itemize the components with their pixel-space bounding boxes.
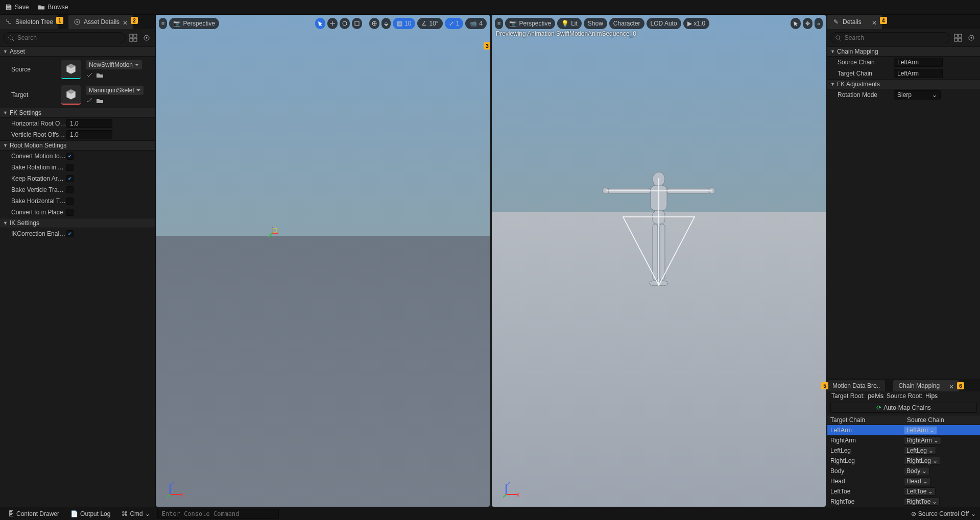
close-icon[interactable]: ✕ <box>949 383 954 388</box>
section-chain-mapping[interactable]: ▼Chain Mapping <box>827 46 980 57</box>
scale-tool[interactable] <box>352 18 362 29</box>
source-control-button[interactable]: ⊘ Source Control Off ⌄ <box>911 510 976 517</box>
grid-snap[interactable]: ▦10 <box>393 18 415 29</box>
use-selected-icon[interactable] <box>86 97 93 104</box>
close-icon[interactable]: ✕ <box>872 19 877 24</box>
viewport-character[interactable]: Character <box>609 18 644 29</box>
source-chain-dropdown[interactable]: RightArm⌄ <box>904 436 941 444</box>
viewport-menu[interactable]: ≡ <box>159 18 167 29</box>
source-asset-picker[interactable]: NewSwiftMotion <box>86 60 142 69</box>
source-chain-dropdown[interactable]: LeftArm⌄ <box>904 426 937 434</box>
chain-row[interactable]: LeftArmLeftArm⌄ <box>827 425 980 435</box>
fk-vertical-input[interactable]: 1.0 <box>66 130 112 139</box>
section-root-motion[interactable]: ▼Root Motion Settings <box>0 140 155 151</box>
fk-horizontal-input[interactable]: 1.0 <box>66 119 112 128</box>
viewport-show[interactable]: Show <box>584 18 607 29</box>
console-input-wrap[interactable] <box>157 509 279 519</box>
cmd-dropdown[interactable]: ⌘ Cmd ⌄ <box>117 509 154 519</box>
chain-row[interactable]: RightArmRightArm⌄ <box>827 435 980 445</box>
rotation-mode-dropdown[interactable]: Slerp ⌄ <box>894 90 941 100</box>
surface-snap[interactable]: ⬙ <box>381 18 391 29</box>
section-asset[interactable]: ▼Asset <box>0 46 155 57</box>
camera-speed[interactable]: 📹4 <box>465 18 487 29</box>
translate-tool[interactable] <box>327 18 338 29</box>
tab-skeleton-tree[interactable]: Skeleton Tree 1 <box>0 15 58 29</box>
search-input[interactable] <box>17 34 121 41</box>
browse-button[interactable]: Browse <box>38 4 68 11</box>
source-thumb[interactable] <box>61 60 81 79</box>
checkbox[interactable] <box>66 186 74 193</box>
source-chain-dropdown[interactable]: Head⌄ <box>904 477 930 485</box>
chevron-down-icon: ⌄ <box>928 488 933 495</box>
source-viewport[interactable]: ≡ 📷 Perspective ⬙ ▦10 ∠10° ⤢1 📹4 3 <box>156 15 490 507</box>
details-search-input[interactable] <box>845 34 946 41</box>
more-tools[interactable]: » <box>815 18 823 29</box>
viewport-perspective[interactable]: 📷Perspective <box>505 18 555 29</box>
viewport-perspective[interactable]: 📷 Perspective <box>169 18 219 29</box>
chain-row[interactable]: HeadHead⌄ <box>827 476 980 486</box>
angle-snap[interactable]: ∠10° <box>417 18 442 29</box>
viewport-lod[interactable]: LOD Auto <box>647 18 681 29</box>
tab-details[interactable]: ✎ Details 4 ✕ <box>827 15 882 29</box>
section-ik[interactable]: ▼IK Settings <box>0 218 155 228</box>
svg-point-11 <box>146 37 148 39</box>
console-input[interactable] <box>162 510 274 517</box>
checkbox[interactable] <box>66 153 74 160</box>
search-input-wrap[interactable] <box>3 32 126 43</box>
ik-correction-checkbox[interactable] <box>66 230 74 237</box>
details-search[interactable] <box>830 32 950 43</box>
svg-rect-18 <box>272 228 276 232</box>
source-chain-field[interactable]: LeftArm <box>894 58 943 67</box>
section-fk[interactable]: ▼FK Settings <box>0 108 155 118</box>
source-chain-dropdown[interactable]: RightToe⌄ <box>904 498 940 506</box>
tab-motion-data-browser[interactable]: Motion Data Bro.. 5 <box>827 380 885 391</box>
content-drawer-button[interactable]: 🗄 Content Drawer <box>4 509 63 519</box>
view-options-button[interactable] <box>952 32 964 43</box>
checkbox[interactable] <box>66 175 74 182</box>
chain-row[interactable]: RightToeRightToe⌄ <box>827 497 980 507</box>
source-chain-dropdown[interactable]: LeftToe⌄ <box>904 487 936 496</box>
viewport-menu[interactable]: ≡ <box>495 18 503 29</box>
browse-to-icon[interactable] <box>96 97 103 104</box>
source-label: Source <box>11 66 56 73</box>
chain-row[interactable]: RightLegRightLeg⌄ <box>827 456 980 466</box>
select-tool[interactable] <box>315 18 325 29</box>
chain-row[interactable]: BodyBody⌄ <box>827 466 980 476</box>
source-chain-dropdown[interactable]: Body⌄ <box>904 467 929 475</box>
translate-tool[interactable]: ✥ <box>803 18 812 29</box>
settings-button[interactable] <box>966 32 977 43</box>
source-chain-dropdown[interactable]: RightLeg⌄ <box>904 457 940 465</box>
settings-button[interactable] <box>141 32 152 43</box>
checkbox[interactable] <box>66 197 74 205</box>
mannequin-mesh[interactable] <box>587 168 730 311</box>
rotate-tool[interactable] <box>340 18 350 29</box>
target-asset-picker[interactable]: ManniquinSkelet <box>86 86 144 95</box>
world-local-toggle[interactable] <box>369 18 379 29</box>
output-log-button[interactable]: 📄 Output Log <box>66 509 114 519</box>
target-viewport[interactable]: ≡ 📷Perspective 💡Lit Show Character LOD A… <box>492 15 826 507</box>
save-button[interactable]: Save <box>5 4 29 11</box>
svg-rect-7 <box>134 34 137 37</box>
tab-chain-mapping[interactable]: Chain Mapping 6 ✕ <box>893 380 959 391</box>
target-thumb[interactable] <box>61 85 81 105</box>
auto-map-button[interactable]: ⟳ Auto-Map Chains <box>830 403 977 413</box>
close-icon[interactable]: ✕ <box>123 19 128 24</box>
section-fk-adjustments[interactable]: ▼FK Adjustments <box>827 79 980 89</box>
transform-gizmo[interactable] <box>265 226 279 240</box>
select-tool[interactable] <box>791 18 801 29</box>
viewport-lit[interactable]: 💡Lit <box>557 18 582 29</box>
chain-row[interactable]: LeftToeLeftToe⌄ <box>827 486 980 497</box>
checkbox[interactable] <box>66 164 74 171</box>
view-options-button[interactable] <box>128 32 139 43</box>
drawer-icon: 🗄 <box>8 510 14 517</box>
browse-to-icon[interactable] <box>96 71 103 79</box>
use-selected-icon[interactable] <box>86 71 93 79</box>
scale-snap[interactable]: ⤢1 <box>445 18 464 29</box>
source-chain-dropdown[interactable]: LeftLeg⌄ <box>904 447 936 455</box>
tab-asset-details[interactable]: Asset Details ✕ 2 <box>68 15 133 29</box>
target-chain-field[interactable]: LeftArm <box>894 69 943 78</box>
preview-overlay-text: Previewing Animation SwiftMotionAnimSequ… <box>496 30 636 37</box>
checkbox[interactable] <box>66 209 74 216</box>
viewport-playrate[interactable]: ▶x1.0 <box>683 18 710 29</box>
chain-row[interactable]: LeftLegLeftLeg⌄ <box>827 445 980 456</box>
